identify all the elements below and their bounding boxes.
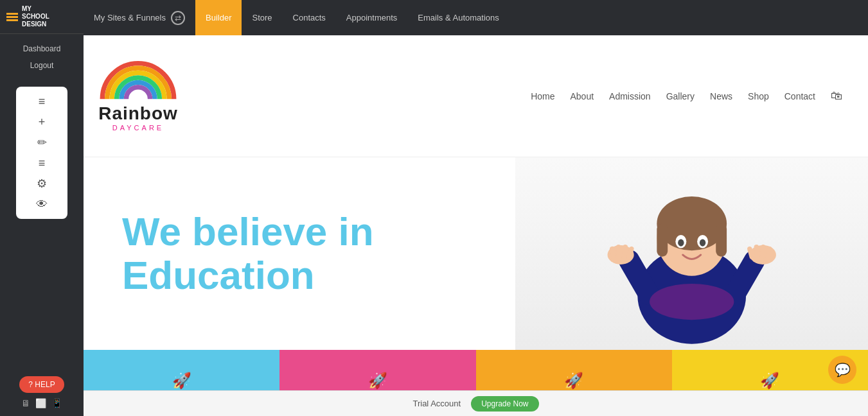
my-sites-label: My Sites & Funnels	[94, 13, 166, 22]
tablet-icon[interactable]: ⬜	[35, 398, 46, 408]
hero-section: We believe in Education	[84, 157, 868, 350]
nav-emails-automations[interactable]: Emails & Automations	[407, 0, 509, 35]
switch-icon: ⇄	[171, 11, 185, 25]
site-logo-sub: DAYCARE	[112, 124, 164, 132]
logo-text: MY SCHOOL DESIGN	[22, 5, 49, 28]
sidebar-link-dashboard[interactable]: Dashboard	[23, 42, 61, 56]
svg-point-8	[678, 239, 684, 247]
site-nav-about[interactable]: About	[570, 91, 594, 101]
desktop-icon[interactable]: 🖥	[21, 398, 30, 408]
rainbow-icon	[96, 60, 180, 102]
brand-logo: MY SCHOOL DESIGN	[0, 0, 84, 34]
site-nav-home[interactable]: Home	[531, 91, 554, 101]
site-nav-news[interactable]: News	[710, 91, 732, 101]
svg-point-9	[699, 239, 705, 247]
rocket-icon-3: 🚀	[564, 372, 583, 390]
svg-rect-4	[657, 223, 668, 257]
trial-account-label: Trial Account	[412, 399, 461, 408]
mobile-icon[interactable]: 📱	[51, 398, 62, 408]
site-logo-text: Rainbow	[98, 103, 178, 124]
sidebar-user-links: Dashboard Logout	[0, 34, 84, 80]
sidebar: MY SCHOOL DESIGN Dashboard Logout ≡ + ✏ …	[0, 0, 84, 416]
hero-text: We believe in Education	[84, 157, 515, 350]
nav-contacts[interactable]: Contacts	[283, 0, 336, 35]
main-area: My Sites & Funnels ⇄ Builder Store Conta…	[84, 0, 868, 416]
rocket-icon-2: 🚀	[368, 372, 387, 390]
filter-icon[interactable]: ≡	[39, 157, 46, 169]
chat-bubble[interactable]: 💬	[828, 356, 856, 384]
top-nav: My Sites & Funnels ⇄ Builder Store Conta…	[84, 0, 868, 35]
hero-heading-line2: Education	[122, 254, 374, 297]
logo-bars-icon	[6, 13, 18, 21]
gear-icon[interactable]: ⚙	[37, 178, 47, 189]
edit-icon[interactable]: ✏	[37, 137, 47, 148]
cart-icon[interactable]: 🛍	[831, 89, 842, 103]
site-nav: Home About Admission Gallery News Shop C…	[531, 89, 842, 103]
hero-heading-line1: We believe in	[122, 210, 374, 254]
hero-heading: We believe in Education	[122, 210, 374, 297]
eye-icon[interactable]: 👁	[36, 198, 48, 210]
site-nav-contact[interactable]: Contact	[784, 91, 815, 101]
sidebar-link-logout[interactable]: Logout	[30, 58, 54, 73]
site-nav-admission[interactable]: Admission	[609, 91, 651, 101]
rocket-icon-1: 🚀	[172, 372, 191, 390]
device-switcher: 🖥 ⬜ 📱	[21, 398, 62, 408]
nav-store[interactable]: Store	[242, 0, 282, 35]
add-icon[interactable]: +	[39, 116, 46, 128]
status-bar: Trial Account Upgrade Now	[84, 390, 868, 416]
nav-appointments[interactable]: Appointments	[336, 0, 408, 35]
hamburger-icon[interactable]: ≡	[39, 96, 46, 107]
site-nav-shop[interactable]: Shop	[748, 91, 769, 101]
help-button[interactable]: ? HELP	[19, 376, 64, 393]
svg-rect-5	[716, 223, 727, 257]
svg-point-22	[650, 284, 734, 320]
girl-illustration	[515, 157, 868, 350]
site-logo: Rainbow DAYCARE	[96, 60, 180, 132]
upgrade-button[interactable]: Upgrade Now	[471, 396, 538, 412]
my-sites-nav[interactable]: My Sites & Funnels ⇄	[84, 11, 195, 25]
sidebar-tools: ≡ + ✏ ≡ ⚙ 👁	[16, 87, 67, 219]
nav-builder[interactable]: Builder	[195, 0, 242, 35]
site-nav-gallery[interactable]: Gallery	[666, 91, 695, 101]
hero-image	[515, 157, 868, 350]
site-preview: Rainbow DAYCARE Home About Admission Gal…	[84, 35, 868, 416]
rocket-icon-4: 🚀	[760, 372, 779, 390]
sidebar-bottom: ? HELP 🖥 ⬜ 📱	[19, 376, 64, 416]
site-header: Rainbow DAYCARE Home About Admission Gal…	[84, 35, 868, 157]
